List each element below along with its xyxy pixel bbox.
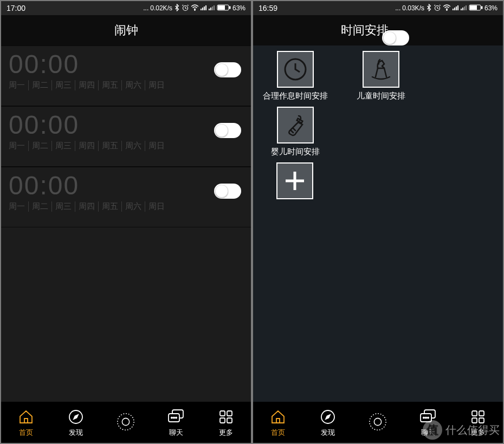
status-bar: 17:00 ... 0.02K/s 63%	[1, 1, 251, 15]
nav-discover[interactable]: 发现	[303, 407, 353, 438]
nav-more[interactable]: 更多	[201, 407, 251, 438]
nav-center[interactable]	[353, 412, 403, 433]
svg-point-1	[195, 9, 196, 10]
svg-rect-30	[457, 5, 458, 10]
alarm-toggle[interactable]	[214, 184, 241, 199]
chat-icon	[418, 407, 438, 427]
chat-icon	[166, 407, 186, 427]
clock-icon	[277, 51, 314, 88]
bottom-nav: 首页 发现 聊天 更多	[1, 402, 251, 443]
sun-icon	[368, 412, 387, 432]
alarm-row[interactable]: 00:00 周一周二周三周四周五周六周日	[1, 167, 251, 227]
battery-icon	[469, 4, 483, 12]
nav-discover[interactable]: 发现	[51, 407, 101, 438]
schedule-grid: 合理作息时间安排 儿童时间安排 婴儿时间安排	[257, 51, 499, 157]
svg-rect-34	[466, 5, 467, 10]
svg-rect-31	[461, 9, 462, 10]
svg-point-19	[173, 417, 174, 418]
status-net-speed: 0.02K/s	[150, 4, 172, 12]
battery-pct: 63%	[232, 4, 245, 12]
svg-rect-12	[218, 5, 224, 9]
bluetooth-icon	[174, 4, 180, 13]
wifi-icon	[191, 4, 199, 12]
alarm-status-icon	[434, 4, 441, 13]
bottom-nav: 首页 发现 聊天 更多	[253, 402, 503, 443]
svg-rect-36	[481, 6, 482, 9]
status-bar: 16:59 ... 0.03K/s 63%	[253, 1, 503, 15]
nav-chat[interactable]: 聊天	[151, 407, 201, 438]
bluetooth-icon	[426, 4, 432, 13]
svg-point-14	[118, 414, 134, 430]
rocking-horse-icon	[363, 51, 399, 88]
header-title: 闹钟	[114, 22, 138, 38]
left-screen: 17:00 ... 0.02K/s 63%	[1, 1, 251, 443]
header: 时间安排	[253, 15, 503, 45]
alarm-list: 00:00 周一周二周三周四周五周六周日 00:00 周一周二周三周四周五周六周…	[1, 45, 251, 402]
sun-icon	[116, 412, 135, 432]
status-right: ... 0.03K/s 63%	[395, 4, 497, 13]
schedule-item-baby[interactable]: 婴儿时间安排	[257, 107, 333, 157]
svg-rect-7	[210, 8, 211, 10]
alarm-days: 周一周二周三周四周五周六周日	[9, 201, 243, 212]
alarm-days: 周一周二周三周四周五周六周日	[9, 80, 243, 90]
alarm-toggle[interactable]	[214, 62, 241, 77]
svg-rect-21	[220, 411, 225, 416]
status-right: ... 0.02K/s 63%	[143, 4, 245, 13]
alarm-toggle[interactable]	[214, 123, 241, 138]
alarm-days: 周一周二周三周四周五周六周日	[9, 141, 243, 151]
svg-rect-4	[204, 6, 205, 10]
schedule-item-reasonable[interactable]: 合理作息时间安排	[257, 51, 333, 101]
svg-rect-50	[472, 418, 477, 423]
svg-point-18	[171, 417, 172, 418]
alarm-time: 00:00	[9, 110, 243, 140]
status-time: 16:59	[259, 4, 277, 12]
alarm-row[interactable]: 00:00 周一周二周三周四周五周六周日	[1, 45, 251, 106]
status-net-speed: 0.03K/s	[402, 4, 424, 12]
svg-rect-37	[470, 5, 476, 9]
home-icon	[268, 407, 288, 427]
header-title: 时间安排	[341, 22, 389, 38]
svg-rect-9	[214, 5, 215, 10]
svg-rect-28	[454, 8, 455, 10]
svg-rect-48	[472, 411, 477, 416]
svg-rect-22	[227, 411, 232, 416]
compass-icon	[318, 407, 338, 427]
svg-rect-33	[464, 6, 465, 10]
grid-icon	[216, 407, 236, 427]
svg-rect-8	[212, 6, 213, 10]
svg-rect-27	[453, 9, 454, 10]
svg-point-47	[427, 417, 428, 418]
svg-rect-49	[479, 411, 484, 416]
add-schedule-button[interactable]	[276, 162, 313, 199]
compass-icon	[66, 407, 86, 427]
nav-more[interactable]: 更多	[453, 407, 503, 438]
schedule-master-toggle[interactable]	[382, 30, 409, 45]
home-icon	[16, 407, 36, 427]
battery-icon	[217, 4, 231, 12]
nav-chat[interactable]: 聊天	[403, 407, 453, 438]
wifi-icon	[443, 4, 451, 12]
alarm-time: 00:00	[9, 171, 243, 200]
status-time: 17:00	[7, 4, 25, 12]
svg-point-20	[175, 417, 176, 418]
nav-home[interactable]: 首页	[253, 407, 303, 438]
header: 闹钟	[1, 15, 251, 45]
signal-icon	[201, 4, 207, 12]
battery-pct: 63%	[484, 4, 497, 12]
schedule-item-child[interactable]: 儿童时间安排	[343, 51, 419, 101]
right-screen: 16:59 ... 0.03K/s 63% 时间安排 合理作息时间安排	[253, 1, 503, 443]
svg-rect-5	[205, 5, 206, 10]
svg-point-15	[122, 418, 130, 425]
nav-center[interactable]	[101, 412, 151, 433]
svg-point-26	[447, 9, 448, 10]
schedule-area: 合理作息时间安排 儿童时间安排 婴儿时间安排	[253, 45, 503, 402]
svg-rect-32	[462, 8, 463, 10]
alarm-time: 00:00	[9, 49, 243, 79]
svg-point-42	[374, 418, 382, 425]
alarm-row[interactable]: 00:00 周一周二周三周四周五周六周日	[1, 106, 251, 167]
signal-icon	[453, 4, 459, 12]
svg-rect-3	[202, 8, 203, 10]
svg-rect-29	[456, 6, 457, 10]
nav-home[interactable]: 首页	[1, 407, 51, 438]
svg-point-46	[425, 417, 426, 418]
